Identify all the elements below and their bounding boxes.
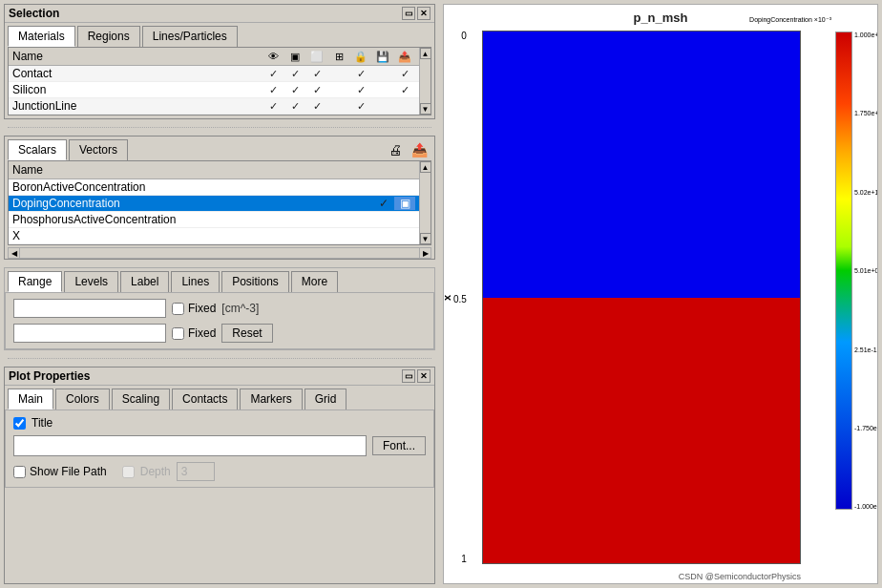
cb-label-3: 5.02e+14 <box>854 189 878 196</box>
scroll-up[interactable]: ▲ <box>420 161 431 173</box>
close-button[interactable]: ✕ <box>417 7 430 20</box>
check-7 <box>394 100 415 113</box>
tab-scalars[interactable]: Scalars <box>8 139 67 160</box>
scalar-check-2: ▣ <box>394 197 415 210</box>
show-file-path-checkbox[interactable] <box>13 466 26 478</box>
fixed-checkbox-area: Fixed <box>172 302 216 315</box>
check-1: ✓ <box>262 68 284 80</box>
colorbar-container: DopingConcentration ×10⁻³ 1.000e+17 1.75… <box>835 32 852 510</box>
print-icon[interactable]: 🖨 <box>385 139 406 160</box>
mat-row-silicon[interactable]: Silicon ✓ ✓ ✓ ✓ ✓ <box>9 82 419 98</box>
scalar-row-doping[interactable]: DopingConcentration ✓ ▣ <box>9 196 419 212</box>
plot-properties-box: Plot Properties ▭ ✕ Main Colors Scaling … <box>4 367 435 584</box>
plot-minimize-button[interactable]: ▭ <box>402 369 415 383</box>
icon-lock: 🔒 <box>350 51 371 63</box>
scroll-down[interactable]: ▼ <box>420 103 431 115</box>
scroll-up[interactable]: ▲ <box>420 48 431 59</box>
mat-row-junctionline[interactable]: JunctionLine ✓ ✓ ✓ ✓ <box>9 98 419 115</box>
materials-scrollbar[interactable]: ▲ ▼ <box>419 48 430 115</box>
mat-name-silicon: Silicon <box>12 83 262 96</box>
tab-vectors[interactable]: Vectors <box>69 139 128 160</box>
export-icon[interactable]: 📤 <box>408 139 431 160</box>
range-row-min: -1e+17 Fixed [cm^-3] <box>13 299 426 318</box>
mat-row-contact[interactable]: Contact ✓ ✓ ✓ ✓ ✓ <box>9 66 419 82</box>
tab-markers[interactable]: Markers <box>240 388 302 410</box>
check-4 <box>328 100 349 113</box>
check-5: ✓ <box>350 68 371 80</box>
range-min-input[interactable]: -1e+17 <box>13 299 166 318</box>
mat-checks-silicon: ✓ ✓ ✓ ✓ ✓ <box>262 84 415 96</box>
mat-name-junctionline: JunctionLine <box>12 99 262 113</box>
show-file-row: Show File Path Depth <box>13 462 426 481</box>
colorbar-gradient <box>835 32 852 510</box>
check-3: ✓ <box>306 84 327 96</box>
tab-levels[interactable]: Levels <box>64 271 118 292</box>
scalars-header: Name <box>9 161 419 179</box>
scalar-name-phosphorus: PhosphorusActiveConcentration <box>12 213 373 226</box>
fixed-checkbox-min[interactable] <box>172 303 184 315</box>
check-1: ✓ <box>262 84 284 96</box>
font-button[interactable]: Font... <box>372 436 426 455</box>
check-2: ✓ <box>284 84 305 96</box>
title-checkbox-row: Title <box>13 416 426 430</box>
cb-label-7: -1.000e+17 <box>854 503 878 510</box>
tab-regions[interactable]: Regions <box>77 26 140 47</box>
tab-lines-particles[interactable]: Lines/Particles <box>142 26 238 47</box>
unit-label: [cm^-3] <box>221 302 259 315</box>
tab-scaling[interactable]: Scaling <box>112 388 170 410</box>
icon-outline: ⬜ <box>306 51 327 63</box>
plot-props-content: Title p_n_msh Font... Show File Path Dep… <box>5 410 434 488</box>
scalar-row-boron[interactable]: BoronActiveConcentration <box>9 179 419 196</box>
check-6 <box>372 84 393 96</box>
tab-label[interactable]: Label <box>120 271 169 292</box>
check-3: ✓ <box>306 68 327 80</box>
cb-label-5: 2.51e-15 <box>854 346 878 353</box>
scroll-down[interactable]: ▼ <box>420 233 431 244</box>
icon-fill: ▣ <box>284 51 305 63</box>
reset-button[interactable]: Reset <box>221 324 272 343</box>
tab-positions[interactable]: Positions <box>221 271 289 292</box>
scroll-left[interactable]: ◀ <box>9 248 20 258</box>
title-label: Title <box>32 416 52 430</box>
mat-checks-contact: ✓ ✓ ✓ ✓ ✓ <box>262 68 415 80</box>
scroll-right[interactable]: ▶ <box>419 248 430 258</box>
scalars-header-name: Name <box>12 163 373 177</box>
icon-save: 💾 <box>372 51 393 63</box>
tab-colors[interactable]: Colors <box>55 388 110 410</box>
y-tick-1: 1 <box>461 554 467 564</box>
top-region-blue <box>483 32 800 298</box>
range-max-input[interactable]: 1e+17 <box>13 324 166 343</box>
plot-properties-title: Plot Properties <box>9 369 90 383</box>
scalar-row-phosphorus[interactable]: PhosphorusActiveConcentration <box>9 212 419 228</box>
scalar-row-x[interactable]: X <box>9 228 419 244</box>
tab-grid[interactable]: Grid <box>304 388 347 410</box>
depth-checkbox <box>122 466 135 478</box>
tab-more[interactable]: More <box>291 271 338 292</box>
scalars-tab-bar: Scalars Vectors 🖨 📤 <box>5 136 434 160</box>
plot-close-button[interactable]: ✕ <box>417 369 430 383</box>
tab-materials[interactable]: Materials <box>8 26 75 47</box>
selection-box: Selection ▭ ✕ Materials Regions Lines/Pa… <box>4 4 435 119</box>
tab-contacts[interactable]: Contacts <box>172 388 238 410</box>
tab-main[interactable]: Main <box>8 388 53 410</box>
bottom-region-red <box>483 298 800 564</box>
minimize-button[interactable]: ▭ <box>402 7 415 20</box>
titlebar-buttons: ▭ ✕ <box>402 7 430 20</box>
icon-grid: ⊞ <box>328 51 349 63</box>
tab-range[interactable]: Range <box>8 271 62 292</box>
scalars-box: Scalars Vectors 🖨 📤 Name BoronActiveConc… <box>4 136 435 260</box>
cb-label-1: 1.000e+17 <box>854 32 878 38</box>
tab-lines[interactable]: Lines <box>171 271 220 292</box>
plot-visualization-area: p_n_msh 0 0.5 1 x DopingConcentration ×1… <box>443 4 878 584</box>
selection-titlebar: Selection ▭ ✕ <box>5 5 434 23</box>
check-5: ✓ <box>350 84 371 96</box>
y-tick-05: 0.5 <box>453 294 467 304</box>
title-checkbox[interactable] <box>13 417 26 430</box>
fixed-checkbox-max[interactable] <box>172 327 184 340</box>
plot-props-tab-bar: Main Colors Scaling Contacts Markers Gri… <box>5 386 434 410</box>
scalars-scrollbar[interactable]: ▲ ▼ <box>419 161 430 244</box>
cb-label-2: 1.750e+15 <box>854 110 878 116</box>
title-input[interactable]: p_n_msh <box>13 435 367 456</box>
selection-tab-bar: Materials Regions Lines/Particles <box>5 23 434 47</box>
watermark: CSDN @SemiconductorPhysics <box>679 572 801 581</box>
